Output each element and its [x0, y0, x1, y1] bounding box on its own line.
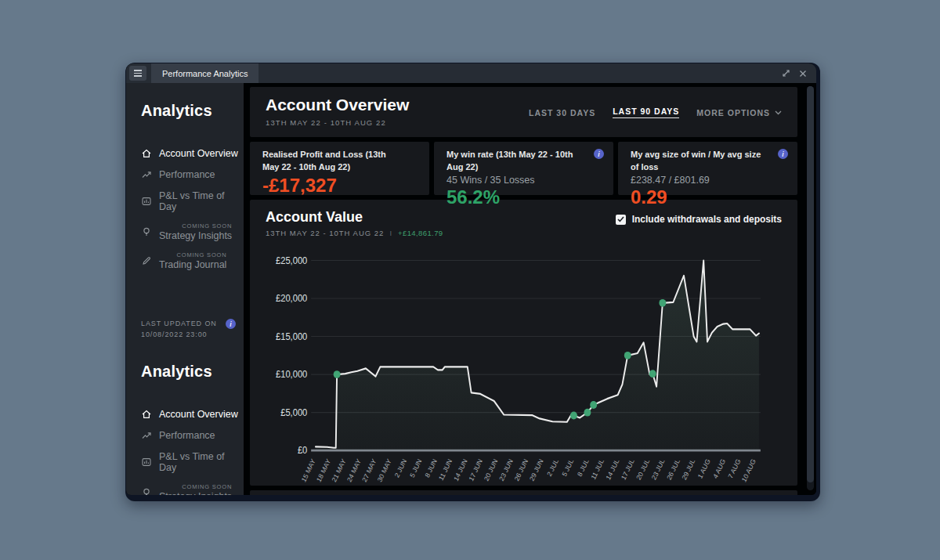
deposit-withdrawal-marker[interactable] [590, 401, 597, 409]
titlebar: Performance Analytics [126, 63, 816, 83]
sidebar-item-p-l-vs-time-of-day[interactable]: P&L vs Time of Day [141, 190, 244, 212]
sidebar-item-performance[interactable]: Performance [141, 430, 244, 441]
tab-last-90-days[interactable]: LAST 90 DAYS [613, 107, 679, 118]
trend-icon [141, 430, 152, 441]
x-axis-label: 20 JUL [634, 457, 651, 482]
info-icon[interactable]: i [226, 319, 236, 329]
account-value-chart[interactable]: £0£5,000£10,000£15,000£20,000£25,00015 M… [266, 244, 782, 482]
y-axis-label: £5,000 [280, 406, 307, 417]
tab-last-30-days[interactable]: LAST 30 DAYS [529, 108, 595, 117]
overview-header-panel: Account Overview 13TH MAY 22 - 10TH AUG … [250, 87, 797, 137]
last-updated-block: LAST UPDATED ON 10/08/2022 23:00 i [141, 319, 244, 341]
x-axis-label: 11 JUN [437, 457, 454, 482]
x-axis-label: 23 JUL [650, 457, 667, 482]
home-icon [141, 148, 152, 159]
withdrawals-checkbox-row[interactable]: Include withdrawals and deposits [616, 214, 782, 225]
trend-icon [141, 169, 152, 180]
x-axis-label: 17 JUN [468, 457, 484, 482]
sidebar-item-label: Performance [159, 169, 215, 180]
account-value-subtitle: 13TH MAY 22 - 10TH AUG 22 I +£14,861.79 [266, 229, 443, 237]
last-updated-text: LAST UPDATED ON 10/08/2022 23:00 [141, 319, 217, 341]
sidebar-item-p-l-vs-time-of-day[interactable]: P&L vs Time of Day [141, 451, 244, 473]
y-axis-label: £15,000 [276, 331, 308, 341]
sidebar-item-strategy-insights[interactable]: COMING SOONStrategy Insights [141, 483, 244, 495]
lightbulb-icon [141, 226, 152, 237]
coming-soon-badge: COMING SOON [159, 251, 226, 258]
chart-box-icon [141, 196, 152, 207]
x-axis-label: 10 AUG [740, 457, 757, 482]
sidebar-item-label: P&L vs Time of Day [159, 190, 244, 212]
y-axis-label: £25,000 [276, 255, 308, 266]
sidebar-nav: Account OverviewPerformanceP&L vs Time o… [141, 148, 244, 270]
deposit-withdrawal-marker[interactable] [584, 409, 591, 417]
x-axis-label: 7 AUG [727, 457, 743, 480]
sidebar-item-label: Account Overview [159, 409, 238, 420]
deposit-withdrawal-marker[interactable] [570, 412, 577, 420]
account-value-title: Account Value [266, 209, 443, 226]
checkbox-checked[interactable] [616, 215, 626, 225]
stat-label: My avg size of win / My avg size of loss [631, 149, 785, 174]
stat-card-1: My win rate (13th May 22 - 10th Aug 22)4… [434, 142, 613, 195]
sidebar-title-2: Analytics [141, 363, 244, 381]
sidebar: Analytics Account OverviewPerformanceP&L… [126, 83, 244, 495]
close-icon[interactable] [794, 63, 812, 83]
expand-icon[interactable] [777, 63, 794, 83]
range-tabs: LAST 30 DAYS LAST 90 DAYS MORE OPTIONS [529, 107, 782, 118]
lightbulb-icon [141, 487, 152, 495]
titlebar-spacer [258, 63, 777, 83]
stat-sub: 45 Wins / 35 Losses [446, 175, 601, 186]
x-axis-label: 26 JUL [665, 457, 682, 482]
account-value-panel: Account Value 13TH MAY 22 - 10TH AUG 22 … [250, 200, 797, 486]
stat-label: My win rate (13th May 22 - 10th Aug 22) [446, 149, 601, 174]
deposit-withdrawal-marker[interactable] [649, 370, 656, 378]
home-icon [141, 409, 152, 420]
main-content: Account Overview 13TH MAY 22 - 10TH AUG … [244, 83, 816, 495]
info-icon[interactable]: i [594, 149, 604, 159]
coming-soon-badge: COMING SOON [159, 222, 232, 229]
y-axis-label: £0 [298, 445, 308, 456]
stat-value: 0.29 [631, 186, 785, 208]
chevron-down-icon [775, 110, 782, 115]
sidebar-nav-2: Account OverviewPerformanceP&L vs Time o… [141, 409, 244, 495]
sidebar-item-account-overview[interactable]: Account Overview [141, 409, 244, 420]
x-axis-label: 18 MAY [315, 457, 332, 482]
sidebar-item-performance[interactable]: Performance [141, 169, 244, 180]
x-axis-label: 20 JUN [483, 457, 499, 482]
pencil-icon [141, 255, 152, 266]
x-axis-label: 29 JUL [681, 457, 697, 482]
more-options-button[interactable]: MORE OPTIONS [696, 108, 782, 117]
scrollbar-thumb[interactable] [807, 86, 814, 482]
hamburger-menu-icon[interactable] [129, 66, 146, 81]
stat-card-0: Realised Profit and Loss (13th May 22 - … [250, 142, 429, 195]
x-axis-label: 4 AUG [711, 457, 727, 480]
y-axis-label: £20,000 [276, 293, 308, 304]
stat-value: -£17,327 [262, 175, 417, 197]
sidebar-item-label: Trading Journal [159, 259, 226, 270]
chart-svg: £0£5,000£10,000£15,000£20,000£25,00015 M… [266, 244, 782, 482]
page-date-range: 13TH MAY 22 - 10TH AUG 22 [266, 118, 409, 127]
x-axis-label: 24 MAY [345, 457, 363, 482]
stat-value: 56.2% [446, 186, 601, 208]
scrollbar-track[interactable] [807, 86, 814, 490]
x-axis-label: 5 JUL [561, 457, 576, 478]
deposit-withdrawal-marker[interactable] [334, 370, 341, 378]
sidebar-item-label: Performance [159, 430, 215, 441]
sidebar-item-strategy-insights[interactable]: COMING SOONStrategy Insights [141, 222, 244, 241]
info-icon[interactable]: i [778, 149, 788, 159]
x-axis-label: 17 JUL [620, 457, 636, 482]
sidebar-item-account-overview[interactable]: Account Overview [141, 148, 244, 159]
x-axis-label: 5 JUN [408, 457, 423, 479]
x-axis-label: 8 JUN [424, 457, 439, 479]
deposit-withdrawal-marker[interactable] [624, 352, 631, 359]
x-axis-label: 21 MAY [331, 457, 348, 482]
x-axis-label: 11 JUL [590, 457, 606, 481]
sidebar-item-label: Account Overview [159, 148, 238, 159]
page-title: Account Overview [266, 96, 409, 114]
x-axis-label: 2 JUN [393, 457, 408, 479]
sidebar-title: Analytics [141, 102, 244, 120]
window-tab[interactable]: Performance Analytics [151, 63, 258, 83]
x-axis-label: 27 MAY [360, 457, 378, 482]
app-window: Performance Analytics Analytics Account … [125, 63, 820, 501]
sidebar-item-trading-journal[interactable]: COMING SOONTrading Journal [141, 251, 244, 270]
deposit-withdrawal-marker[interactable] [659, 299, 666, 307]
